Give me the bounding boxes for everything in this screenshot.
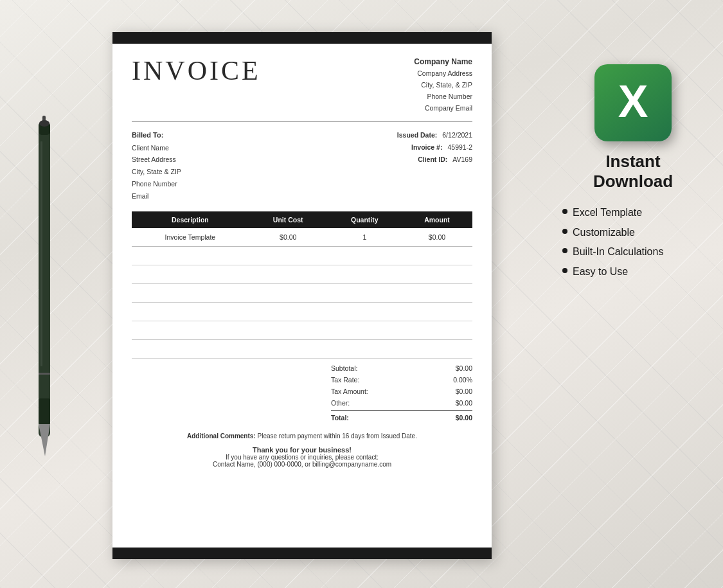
company-email: Company Email <box>414 103 472 114</box>
issued-date-label: Issued Date: <box>397 129 437 141</box>
cell-description <box>132 340 249 359</box>
cell-quantity <box>328 303 402 321</box>
bullet-icon <box>562 248 567 253</box>
client-email: Email <box>132 190 181 202</box>
cell-description <box>132 284 249 303</box>
tax-rate-row: Tax Rate: 0.00% <box>331 374 472 386</box>
cell-quantity <box>328 265 402 284</box>
cell-amount <box>402 303 472 321</box>
excel-icon: X <box>594 64 672 141</box>
invoice-table: Description Unit Cost Quantity Amount In… <box>132 211 472 359</box>
excel-letter: X <box>618 79 648 124</box>
instant-download-text: Instant Download <box>593 152 673 192</box>
cell-description <box>132 321 249 340</box>
cell-unit_cost <box>249 303 328 321</box>
subtotal-row: Subtotal: $0.00 <box>331 362 472 374</box>
table-row <box>132 247 472 265</box>
col-description: Description <box>132 211 249 228</box>
issued-date-value: 6/12/2021 <box>442 129 472 141</box>
table-row <box>132 303 472 321</box>
excel-icon-wrapper: X <box>594 64 672 141</box>
svg-rect-2 <box>39 398 50 424</box>
cell-description <box>132 303 249 321</box>
company-address: Company Address <box>414 68 472 80</box>
billed-to: Billed To: Client Name Street Address Ci… <box>132 129 181 202</box>
feature-item: Built-In Calculations <box>562 242 704 262</box>
bullet-icon <box>562 229 567 234</box>
client-street: Street Address <box>132 154 181 166</box>
feature-text: Built-In Calculations <box>573 245 663 259</box>
cell-unit_cost <box>249 284 328 303</box>
total-row: Total: $0.00 <box>331 412 472 423</box>
svg-rect-7 <box>40 141 42 366</box>
svg-marker-3 <box>39 424 50 456</box>
cell-amount: $0.00 <box>402 228 472 247</box>
invoice-document: INVOICE Company Name Company Address Cit… <box>112 32 492 559</box>
client-phone: Phone Number <box>132 178 181 190</box>
cell-unit_cost <box>249 340 328 359</box>
other-row: Other: $0.00 <box>331 397 472 409</box>
tax-rate-value: 0.00% <box>437 376 472 384</box>
invoice-bottom-bar <box>112 548 492 559</box>
other-label: Other: <box>331 399 359 407</box>
feature-text: Easy to Use <box>573 265 628 279</box>
totals-table: Subtotal: $0.00 Tax Rate: 0.00% Tax Amou… <box>331 362 472 423</box>
cell-quantity <box>328 247 402 265</box>
cell-unit_cost <box>249 321 328 340</box>
company-info: Company Name Company Address City, State… <box>414 55 472 114</box>
subtotal-label: Subtotal: <box>331 364 366 372</box>
instant-line1: Instant <box>605 152 660 171</box>
invoice-meta: Issued Date: 6/12/2021 Invoice #: 45991-… <box>397 129 472 202</box>
cell-amount <box>402 284 472 303</box>
cell-quantity <box>328 284 402 303</box>
col-unit-cost: Unit Cost <box>249 211 328 228</box>
table-row <box>132 284 472 303</box>
pen-decoration <box>26 77 77 527</box>
additional-comments: Additional Comments: Please return payme… <box>132 432 472 440</box>
cell-quantity <box>328 321 402 340</box>
totals-section: Subtotal: $0.00 Tax Rate: 0.00% Tax Amou… <box>132 362 472 423</box>
table-row <box>132 265 472 284</box>
bullet-icon <box>562 268 567 273</box>
cell-amount <box>402 265 472 284</box>
cell-description <box>132 265 249 284</box>
invoice-title: INVOICE <box>132 55 261 86</box>
contact-line2: Contact Name, (000) 000-0000, or billing… <box>132 461 472 468</box>
cell-quantity: 1 <box>328 228 402 247</box>
table-row: Invoice Template$0.001$0.00 <box>132 228 472 247</box>
company-phone: Phone Number <box>414 91 472 103</box>
table-header-row: Description Unit Cost Quantity Amount <box>132 211 472 228</box>
cell-description: Invoice Template <box>132 228 249 247</box>
comments-text: Please return payment within 16 days fro… <box>257 432 416 440</box>
contact-line1: If you have any questions or inquiries, … <box>132 454 472 461</box>
client-name: Client Name <box>132 142 181 154</box>
billing-section: Billed To: Client Name Street Address Ci… <box>112 129 492 202</box>
right-panel: X Instant Download Excel TemplateCustomi… <box>562 64 704 281</box>
table-row <box>132 321 472 340</box>
instant-line2: Download <box>593 172 673 191</box>
tax-amount-value: $0.00 <box>437 388 472 395</box>
cell-unit_cost <box>249 265 328 284</box>
tax-amount-label: Tax Amount: <box>331 388 377 395</box>
invoice-header: INVOICE Company Name Company Address Cit… <box>112 44 492 121</box>
bullet-icon <box>562 209 567 214</box>
client-id-value: AV169 <box>452 154 472 166</box>
feature-item: Customizable <box>562 223 704 242</box>
svg-rect-1 <box>39 129 50 437</box>
svg-rect-6 <box>39 373 50 375</box>
invoice-num-label: Invoice #: <box>411 141 442 154</box>
invoice-top-bar <box>112 32 492 44</box>
cell-amount <box>402 247 472 265</box>
thank-you-section: Thank you for your business! If you have… <box>132 446 472 468</box>
feature-text: Excel Template <box>573 206 642 220</box>
tax-amount-row: Tax Amount: $0.00 <box>331 386 472 397</box>
invoice-num-value: 45991-2 <box>447 141 472 154</box>
company-city: City, State, & ZIP <box>414 80 472 91</box>
table-row <box>132 340 472 359</box>
cell-unit_cost: $0.00 <box>249 228 328 247</box>
billed-to-label: Billed To: <box>132 129 181 142</box>
cell-amount <box>402 340 472 359</box>
col-amount: Amount <box>402 211 472 228</box>
tax-rate-label: Tax Rate: <box>331 376 368 384</box>
feature-list: Excel TemplateCustomizableBuilt-In Calcu… <box>562 203 704 281</box>
